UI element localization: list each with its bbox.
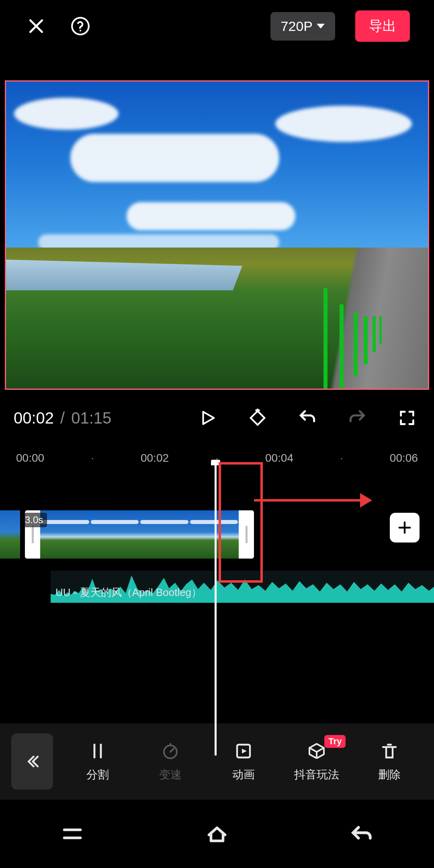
add-clip-button[interactable]	[390, 513, 420, 542]
tool-douyin[interactable]: Try 抖音玩法	[280, 741, 353, 782]
transport-bar: 00:02 / 01:15	[0, 390, 434, 446]
current-time: 00:02	[14, 409, 54, 427]
tool-split[interactable]: 分割	[61, 741, 134, 782]
nav-recent-icon[interactable]	[54, 822, 90, 846]
redo-icon[interactable]	[346, 407, 368, 429]
export-button[interactable]: 导出	[355, 10, 410, 42]
tool-speed[interactable]: 变速	[134, 741, 207, 782]
undo-icon[interactable]	[297, 407, 318, 429]
speed-icon	[160, 741, 181, 762]
tool-animation[interactable]: 动画	[207, 741, 280, 782]
animation-icon	[233, 741, 254, 762]
annotation-arrow	[254, 499, 371, 502]
play-icon[interactable]	[197, 407, 219, 429]
playhead[interactable]	[215, 462, 217, 755]
tool-delete[interactable]: 删除	[353, 741, 426, 782]
nav-home-icon[interactable]	[199, 822, 235, 846]
svg-point-1	[80, 30, 81, 31]
resolution-select[interactable]: 720P	[270, 12, 335, 41]
nav-back-icon[interactable]	[344, 822, 380, 846]
close-icon[interactable]	[24, 14, 48, 38]
split-icon	[87, 741, 108, 762]
annotation-box	[219, 462, 263, 583]
system-nav-bar	[0, 800, 434, 868]
clip-duration-badge: 3.0s	[21, 513, 47, 527]
cube-icon	[306, 741, 327, 762]
video-preview[interactable]	[5, 80, 429, 390]
trash-icon	[379, 741, 400, 762]
help-icon[interactable]	[68, 14, 92, 38]
timeline[interactable]: 00:00 · 00:02 · 00:04 · 00:06 3.0s	[0, 446, 434, 768]
resolution-label: 720P	[281, 18, 313, 34]
audio-label: UU - 夏天的风（April Bootleg）	[55, 585, 202, 600]
collapse-tools-button[interactable]	[11, 733, 53, 790]
time-ruler: 00:00 · 00:02 · 00:04 · 00:06	[0, 446, 434, 470]
tool-bar: 分割 变速 动画 Try 抖音玩法 删除	[0, 723, 434, 800]
try-badge: Try	[324, 735, 346, 748]
chevron-down-icon	[317, 24, 325, 29]
keyframe-icon[interactable]	[247, 407, 268, 429]
fullscreen-icon[interactable]	[396, 407, 418, 429]
total-time: 01:15	[71, 409, 111, 427]
prev-clip-peek	[0, 510, 20, 559]
time-separator: /	[58, 409, 67, 427]
